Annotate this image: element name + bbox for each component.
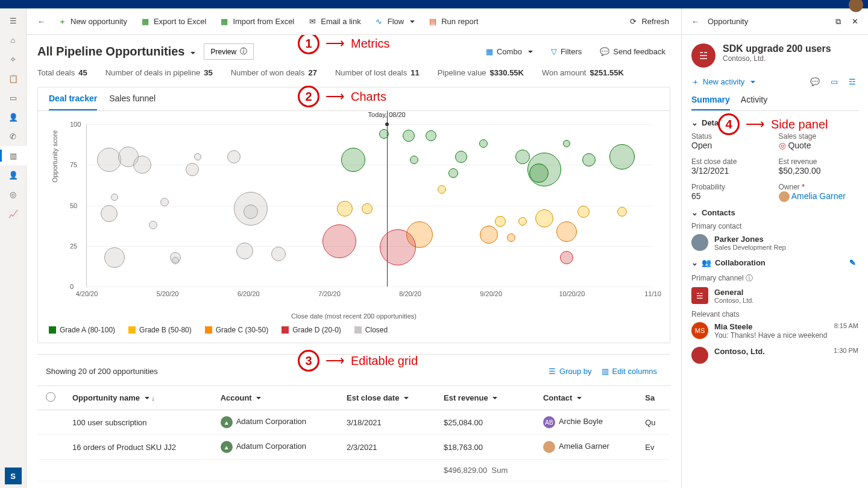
filters-button[interactable]: ▽ Filters: [546, 45, 587, 59]
chart-bubble[interactable]: [577, 206, 590, 218]
edit-icon[interactable]: ✎: [847, 257, 858, 268]
col-contact[interactable]: Contact: [535, 386, 637, 410]
chart-bubble[interactable]: [410, 156, 418, 164]
cmd-flow[interactable]: ∿ Flow: [370, 14, 420, 29]
cmd-export-excel[interactable]: ▦ Export to Excel: [136, 14, 211, 29]
preview-button[interactable]: Preview ⓘ: [204, 43, 254, 60]
chart-bubble[interactable]: [426, 130, 436, 141]
select-all-checkbox[interactable]: [46, 392, 55, 402]
section-contacts[interactable]: ⌄Contacts: [691, 208, 858, 217]
tab-sales-funnel[interactable]: Sales funnel: [109, 93, 156, 110]
nav-phone[interactable]: ✆: [0, 127, 27, 146]
field-est-revenue[interactable]: $50,230.00: [779, 166, 859, 176]
chart-bubble[interactable]: [97, 148, 121, 172]
side-tab-activity[interactable]: Activity: [741, 95, 767, 110]
chart-bubble[interactable]: [236, 242, 253, 259]
chart-bubble[interactable]: [617, 207, 627, 217]
chart-bubble[interactable]: [495, 216, 506, 227]
chart-bubble[interactable]: [582, 153, 596, 166]
view-title-dropdown[interactable]: All Pipeline Opportunities: [37, 45, 195, 59]
field-status[interactable]: Open: [691, 141, 772, 150]
nav-box[interactable]: ▭: [0, 88, 27, 107]
chart-bubble[interactable]: [379, 129, 389, 139]
nav-pin[interactable]: ✧: [0, 49, 27, 69]
chart-bubble[interactable]: [337, 201, 353, 217]
nav-tile-s[interactable]: S: [5, 467, 22, 484]
chart-bubble[interactable]: [609, 144, 635, 170]
chart-bubble[interactable]: [133, 156, 151, 174]
tab-deal-tracker[interactable]: Deal tracker: [49, 93, 97, 110]
deal-tracker-chart[interactable]: Opportunity score 02550751004/20/205/20/…: [67, 118, 659, 299]
nav-home[interactable]: ⌂: [0, 30, 27, 49]
close-icon[interactable]: ✕: [849, 14, 861, 28]
field-est-close-date[interactable]: 3/12/2021: [691, 166, 772, 176]
table-row[interactable]: 100 user subscription ▲Adatum Corporatio…: [37, 410, 670, 435]
cmd-refresh[interactable]: ⟳ Refresh: [623, 14, 674, 29]
chart-bubble[interactable]: [480, 226, 498, 244]
chart-bubble[interactable]: [560, 251, 573, 264]
chart-bubble[interactable]: [186, 163, 199, 176]
chart-bubble[interactable]: [322, 224, 356, 258]
chart-bubble[interactable]: [227, 150, 241, 163]
send-feedback-button[interactable]: 💬 Send feedback: [595, 45, 670, 59]
nav-person[interactable]: 👤: [0, 107, 27, 127]
cmd-new-opportunity[interactable]: ＋ New opportunity: [52, 14, 132, 29]
col-sales-stage[interactable]: Sa: [637, 386, 670, 410]
col-account[interactable]: Account: [212, 386, 338, 410]
col-est-revenue[interactable]: Est revenue: [435, 386, 535, 410]
nav-clipboard[interactable]: 📋: [0, 69, 27, 88]
nav-trend[interactable]: 📈: [0, 204, 27, 223]
col-est-close-date[interactable]: Est close date: [338, 386, 435, 410]
chart-bubble[interactable]: [104, 247, 125, 268]
chart-bubble[interactable]: [244, 204, 258, 219]
nav-chart[interactable]: ▥: [0, 146, 27, 165]
section-collaboration[interactable]: ⌄ 👥 Collaboration ✎: [691, 257, 858, 268]
col-opportunity-name[interactable]: Opportunity name ↓: [64, 386, 212, 410]
chart-bubble[interactable]: [563, 140, 570, 147]
chart-bubble[interactable]: [507, 233, 515, 242]
edit-columns-button[interactable]: ▥ Edit columns: [597, 364, 662, 378]
combo-dropdown[interactable]: ▦ Combo: [481, 45, 538, 59]
chart-bubble[interactable]: [362, 203, 373, 214]
chart-bubble[interactable]: [111, 194, 118, 201]
chart-bubble[interactable]: [101, 205, 118, 222]
chart-bubble[interactable]: [271, 247, 286, 261]
side-back-button[interactable]: ←: [689, 14, 702, 28]
task-icon[interactable]: ☲: [846, 76, 858, 87]
chat-item[interactable]: MS Mia SteeleYou: Thanks! Have a nice we…: [691, 318, 858, 343]
new-activity-button[interactable]: ＋ New activity: [691, 77, 755, 87]
opportunity-grid[interactable]: Opportunity name ↓ Account Est close dat…: [37, 385, 670, 481]
chart-bubble[interactable]: [556, 221, 577, 242]
chart-bubble[interactable]: [479, 139, 488, 148]
table-row[interactable]: 16 orders of Product SKU JJ2 ▲Adatum Cor…: [37, 435, 670, 460]
field-owner[interactable]: Amelia Garner: [779, 191, 859, 202]
chart-bubble[interactable]: [529, 163, 549, 183]
chat-item[interactable]: Contoso, Ltd. 1:30 PM: [691, 343, 858, 367]
primary-contact[interactable]: Parker JonesSales Development Rep: [691, 234, 858, 251]
field-sales-stage[interactable]: ◎ Quote: [779, 141, 859, 150]
nav-person2[interactable]: 👤: [0, 165, 27, 185]
chart-bubble[interactable]: [515, 150, 530, 164]
section-details[interactable]: ⌄Details: [691, 118, 858, 127]
chart-bubble[interactable]: [535, 209, 553, 227]
chart-bubble[interactable]: [438, 185, 446, 194]
nav-menu[interactable]: ☰: [0, 11, 27, 30]
side-tab-summary[interactable]: Summary: [691, 95, 730, 110]
popout-icon[interactable]: ⧉: [833, 14, 843, 29]
chart-bubble[interactable]: [149, 221, 157, 229]
chart-bubble[interactable]: [518, 217, 527, 226]
chart-bubble[interactable]: [172, 257, 179, 264]
chart-bubble[interactable]: [194, 153, 201, 160]
cmd-import-excel[interactable]: ▦ Import from Excel: [215, 14, 299, 29]
chart-bubble[interactable]: [448, 168, 458, 178]
chart-bubble[interactable]: [380, 229, 416, 265]
primary-channel[interactable]: ☱ GeneralContoso, Ltd.: [691, 287, 858, 304]
note-icon[interactable]: ▭: [828, 76, 840, 87]
chat-icon[interactable]: 💬: [808, 76, 822, 87]
field-probability[interactable]: 65: [691, 191, 772, 201]
nav-target[interactable]: ◎: [0, 185, 27, 204]
chart-bubble[interactable]: [160, 198, 169, 206]
chart-bubble[interactable]: [403, 130, 415, 142]
group-by-button[interactable]: ☰ Group by: [544, 364, 596, 378]
chart-bubble[interactable]: [455, 151, 467, 163]
